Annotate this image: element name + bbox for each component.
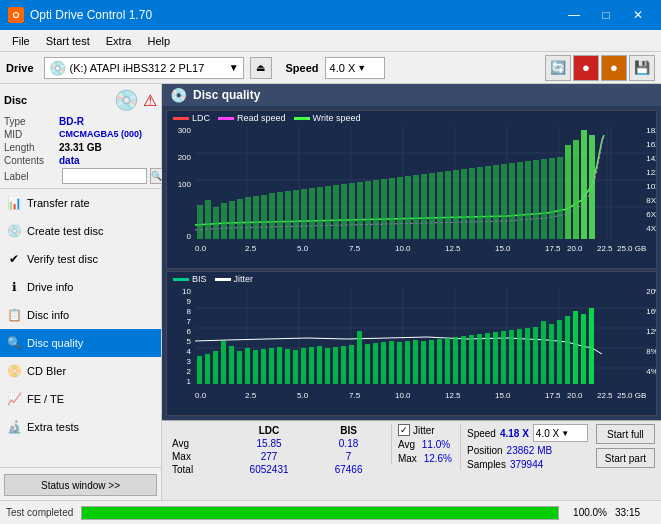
menu-file[interactable]: File (4, 33, 38, 49)
ldc-label: LDC (192, 113, 210, 123)
svg-rect-149 (485, 333, 490, 384)
svg-rect-74 (589, 135, 595, 239)
max-label: Max (168, 450, 224, 463)
svg-text:16%: 16% (646, 307, 656, 316)
sidebar-item-extra-tests[interactable]: 🔬 Extra tests (0, 413, 161, 441)
extra-tests-label: Extra tests (27, 421, 79, 433)
jitter-avg-value: 11.0% (422, 439, 450, 450)
svg-rect-147 (469, 335, 474, 384)
sidebar-item-create-test-disc[interactable]: 💿 Create test disc (0, 217, 161, 245)
start-part-button[interactable]: Start part (596, 448, 655, 468)
legend-ldc: LDC (173, 113, 210, 123)
ldc-color (173, 117, 189, 120)
svg-rect-72 (573, 140, 579, 239)
status-window-button[interactable]: Status window >> (4, 474, 157, 496)
speed-select-bottom[interactable]: 4.0 X ▼ (533, 424, 588, 442)
legend-write-speed: Write speed (294, 113, 361, 123)
svg-text:5: 5 (187, 337, 192, 346)
sidebar-item-cd-bier[interactable]: 📀 CD BIer (0, 357, 161, 385)
disc-label-row: Label 🔍 (4, 168, 157, 184)
svg-text:17.5: 17.5 (545, 244, 561, 253)
svg-rect-138 (397, 342, 402, 384)
svg-rect-40 (317, 187, 323, 239)
content-header-icon: 💿 (170, 87, 187, 103)
create-test-disc-label: Create test disc (27, 225, 103, 237)
jitter-color (215, 278, 231, 281)
svg-text:5.0: 5.0 (297, 244, 309, 253)
svg-rect-31 (245, 197, 251, 239)
max-ldc: 277 (224, 450, 314, 463)
svg-rect-64 (509, 163, 515, 239)
svg-text:4: 4 (187, 347, 192, 356)
save-button[interactable]: 💾 (629, 55, 655, 81)
sidebar-item-disc-info[interactable]: 📋 Disc info (0, 301, 161, 329)
cd-bier-label: CD BIer (27, 365, 66, 377)
charts-container: LDC Read speed Write speed (162, 106, 661, 420)
minimize-button[interactable]: — (559, 0, 589, 30)
eject-button[interactable]: ⏏ (250, 57, 272, 79)
content-area: 💿 Disc quality LDC Read speed (162, 84, 661, 500)
svg-rect-49 (389, 178, 395, 239)
close-button[interactable]: ✕ (623, 0, 653, 30)
disc-red-button[interactable]: ● (573, 55, 599, 81)
chart2-svg: 10 9 8 7 6 5 4 3 2 1 20% 16% 12% 8% 4% (167, 286, 656, 401)
svg-text:0.0: 0.0 (195, 391, 207, 400)
sidebar-item-disc-quality[interactable]: 🔍 Disc quality (0, 329, 161, 357)
sidebar-item-transfer-rate[interactable]: 📊 Transfer rate (0, 189, 161, 217)
drive-selector[interactable]: 💿 (K:) ATAPI iHBS312 2 PL17 ▼ (44, 57, 244, 79)
legend-jitter: Jitter (215, 274, 254, 284)
svg-rect-152 (509, 330, 514, 384)
sidebar-item-drive-info[interactable]: ℹ Drive info (0, 273, 161, 301)
jitter-max-label: Max (398, 453, 417, 464)
svg-rect-130 (333, 347, 338, 384)
sidebar-item-fe-te[interactable]: 📈 FE / TE (0, 385, 161, 413)
svg-text:10: 10 (182, 287, 191, 296)
transfer-rate-icon: 📊 (6, 195, 22, 211)
svg-rect-45 (357, 182, 363, 239)
speed-value: 4.18 X (500, 428, 529, 439)
disc-image-icon: 💿 (114, 88, 139, 112)
svg-rect-35 (277, 192, 283, 239)
jitter-label: Jitter (413, 425, 435, 436)
jitter-avg-row: Avg 11.0% (398, 439, 452, 450)
svg-text:16X: 16X (646, 140, 656, 149)
extra-tests-icon: 🔬 (6, 419, 22, 435)
refresh-button[interactable]: 🔄 (545, 55, 571, 81)
svg-rect-143 (437, 339, 442, 384)
drive-info-label: Drive info (27, 281, 73, 293)
disc-info-label: Disc info (27, 309, 69, 321)
svg-rect-126 (301, 348, 306, 384)
disc-orange-button[interactable]: ● (601, 55, 627, 81)
disc-type-row: Type BD-R (4, 116, 157, 127)
svg-text:8%: 8% (646, 347, 656, 356)
menu-start-test[interactable]: Start test (38, 33, 98, 49)
jitter-checkbox[interactable]: ✓ (398, 424, 410, 436)
svg-rect-145 (453, 337, 458, 384)
time-text: 33:15 (615, 507, 655, 518)
svg-rect-39 (309, 188, 315, 239)
toolbar-icons: 🔄 ● ● 💾 (545, 55, 655, 81)
disc-panel-header: Disc 💿 ⚠ (4, 88, 157, 112)
disc-quality-label: Disc quality (27, 337, 83, 349)
progress-bar-fill (82, 507, 558, 519)
svg-text:10.0: 10.0 (395, 391, 411, 400)
svg-rect-151 (501, 331, 506, 384)
svg-text:2.5: 2.5 (245, 244, 257, 253)
start-full-button[interactable]: Start full (596, 424, 655, 444)
sidebar-item-verify-test-disc[interactable]: ✔ Verify test disc (0, 245, 161, 273)
maximize-button[interactable]: □ (591, 0, 621, 30)
bis-label: BIS (192, 274, 207, 284)
fe-te-label: FE / TE (27, 393, 64, 405)
svg-rect-65 (517, 162, 523, 239)
svg-rect-50 (397, 177, 403, 239)
disc-label-input[interactable] (62, 168, 147, 184)
svg-text:8: 8 (187, 307, 192, 316)
speed-selector[interactable]: 4.0 X ▼ (325, 57, 385, 79)
svg-text:17.5: 17.5 (545, 391, 561, 400)
svg-rect-117 (229, 346, 234, 384)
menu-help[interactable]: Help (139, 33, 178, 49)
menu-extra[interactable]: Extra (98, 33, 140, 49)
svg-rect-136 (381, 342, 386, 384)
svg-text:12.5: 12.5 (445, 244, 461, 253)
drive-text: (K:) ATAPI iHBS312 2 PL17 (70, 62, 225, 74)
